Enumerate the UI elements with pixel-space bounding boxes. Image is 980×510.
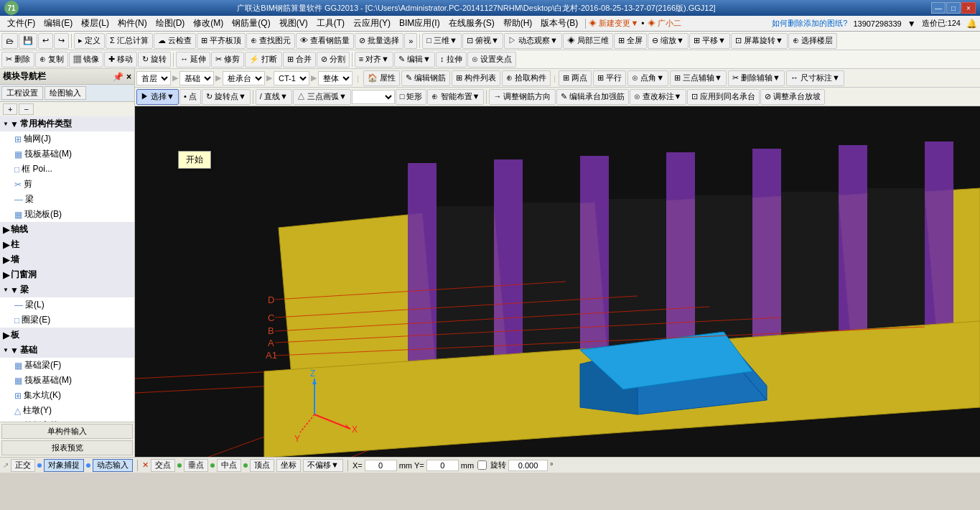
redo-btn[interactable]: ↪ <box>54 33 69 49</box>
tree-group-beam[interactable]: ▼ 梁 <box>0 282 134 297</box>
menu-floor[interactable]: 楼层(L) <box>77 17 113 30</box>
vertex-snap-btn[interactable]: 顶点 <box>250 459 274 472</box>
del-aux-btn[interactable]: ✂ 删除辅轴▼ <box>728 70 785 86</box>
dynamic-obs-btn[interactable]: ▷ 动态观察▼ <box>504 33 562 49</box>
tree-item-raft-found[interactable]: ▦ 筏板基础(M) <box>0 147 134 162</box>
ad-btn[interactable]: ◈ 广小二 <box>648 18 681 29</box>
move-btn[interactable]: ✚ 移动 <box>104 52 137 68</box>
menu-file[interactable]: 文件(F) <box>3 17 39 30</box>
tree-item-beam-L[interactable]: — 梁(L) <box>0 297 134 312</box>
tree-item-axis[interactable]: ⊞ 轴网(J) <box>0 131 134 147</box>
adj-rebar-dir-btn[interactable]: → 调整钢筋方向 <box>489 89 555 105</box>
scope-select[interactable]: 整体 <box>318 71 353 85</box>
stretch-btn[interactable]: ↕ 拉伸 <box>436 52 467 68</box>
point-angle-btn[interactable]: ⊙ 点角▼ <box>627 70 668 86</box>
point-btn[interactable]: • 点 <box>179 89 201 105</box>
find-elem-btn[interactable]: ⊕ 查找图元 <box>246 33 295 49</box>
property-btn[interactable]: 🏠 屋性 <box>363 70 400 86</box>
pan-btn[interactable]: ⊞ 平移▼ <box>689 33 730 49</box>
extend-btn[interactable]: ↔ 延伸 <box>176 52 210 68</box>
apply-same-cap-btn[interactable]: ⊡ 应用到同名承台 <box>687 89 760 105</box>
viewport-3d[interactable]: D C B A A1 Z X Y <box>135 106 980 457</box>
rotate-btn[interactable]: ↻ 旋转 <box>138 52 171 68</box>
batch-select-btn[interactable]: ⊘ 批量选择 <box>355 33 403 49</box>
parallel-btn[interactable]: ⊞ 平行 <box>593 70 626 86</box>
split-btn[interactable]: ⊘ 分割 <box>317 52 350 68</box>
dim-note-btn[interactable]: ↔ 尺寸标注▼ <box>786 70 844 86</box>
tree-item-found-beam[interactable]: ▦ 基础梁(F) <box>0 358 134 373</box>
comp-list-btn[interactable]: ⊞ 构件列表 <box>452 70 500 86</box>
tree-item-cast-slab[interactable]: ▦ 现浇板(B) <box>0 207 134 222</box>
tree-group-common[interactable]: ▼ 常用构件类型 <box>0 116 134 131</box>
tree-group-wall[interactable]: ▶ 墙 <box>0 252 134 267</box>
floor-select[interactable]: 首层 <box>136 71 171 85</box>
trim-btn[interactable]: ✂ 修剪 <box>211 52 244 68</box>
edit-rebar-btn[interactable]: ✎ 编辑钢筋 <box>401 70 450 86</box>
phone-arrow[interactable]: ▼ <box>907 19 916 29</box>
screen-rot-btn[interactable]: ⊡ 屏幕旋转▼ <box>731 33 788 49</box>
menu-rebar[interactable]: 钢筋量(Q) <box>228 17 274 30</box>
perp-snap-btn[interactable]: 垂点 <box>184 459 208 472</box>
select-btn[interactable]: ▶ 选择▼ <box>136 89 179 105</box>
intersect-snap-btn[interactable]: 交点 <box>151 459 175 472</box>
menu-bim[interactable]: BIM应用(I) <box>395 17 444 30</box>
merge-btn[interactable]: ⊞ 合并 <box>283 52 316 68</box>
level-top-btn[interactable]: ⊞ 平齐板顶 <box>197 33 246 49</box>
object-snap-btn[interactable]: 对象捕捉 <box>44 459 84 472</box>
menu-view[interactable]: 视图(V) <box>275 17 312 30</box>
mid-snap-btn[interactable]: 中点 <box>217 459 241 472</box>
open-btn[interactable]: 🗁 <box>1 33 18 49</box>
maximize-btn[interactable]: □ <box>946 2 961 14</box>
project-settings-btn[interactable]: 工程设置 <box>1 86 43 100</box>
expand-all-btn[interactable]: + <box>3 103 17 115</box>
tree-item-beam[interactable]: — 梁 <box>0 192 134 207</box>
arc-btn[interactable]: △ 三点画弧▼ <box>293 89 351 105</box>
more-btn[interactable]: » <box>404 33 417 49</box>
check-note-btn[interactable]: ⊙ 查改标注▼ <box>630 89 686 105</box>
tree-item-shear[interactable]: ✂ 剪 <box>0 177 134 192</box>
three-point-axis-btn[interactable]: ⊞ 三点辅轴▼ <box>670 70 727 86</box>
edit-cap-rebar-btn[interactable]: ✎ 编辑承台加强筋 <box>556 89 629 105</box>
sidebar-close-icon[interactable]: × <box>126 72 131 82</box>
orthogonal-btn[interactable]: 正交 <box>11 459 35 472</box>
minimize-btn[interactable]: — <box>931 2 946 14</box>
adj-cap-slope-btn[interactable]: ⊘ 调整承台放坡 <box>760 89 825 105</box>
menu-online[interactable]: 在线服务(S) <box>444 17 499 30</box>
zoom-btn[interactable]: ⊖ 缩放▼ <box>648 33 689 49</box>
break-btn[interactable]: ⚡ 打断 <box>245 52 281 68</box>
select-floor-btn[interactable]: ⊕ 选择楼层 <box>788 33 837 49</box>
tree-group-door[interactable]: ▶ 门窗洞 <box>0 267 134 282</box>
menu-modify[interactable]: 修改(M) <box>189 17 228 30</box>
line-btn[interactable]: / 直线▼ <box>256 89 292 105</box>
y-input[interactable] <box>426 460 459 471</box>
menu-draw[interactable]: 绘图(D) <box>151 17 190 30</box>
tree-item-col-pier[interactable]: △ 柱墩(Y) <box>0 403 134 418</box>
coord-snap-btn[interactable]: 坐标 <box>276 459 301 472</box>
help-link[interactable]: 如何删除添加的图纸? <box>772 18 847 29</box>
cloud-check-btn[interactable]: ☁ 云检查 <box>154 33 196 49</box>
x-input[interactable] <box>365 460 397 471</box>
undo-btn[interactable]: ↩ <box>38 33 53 49</box>
draw-select[interactable] <box>352 90 395 104</box>
align-btn[interactable]: ≡ 对齐▼ <box>355 52 393 68</box>
collapse-all-btn[interactable]: − <box>19 103 33 115</box>
pick-comp-btn[interactable]: ⊕ 拾取构件 <box>502 70 551 86</box>
grip-btn[interactable]: ⊙ 设置夹点 <box>467 52 516 68</box>
edit2-btn[interactable]: ✎ 编辑▼ <box>394 52 435 68</box>
menu-tools[interactable]: 工具(T) <box>312 17 349 30</box>
no-offset-btn[interactable]: 不偏移▼ <box>303 459 343 472</box>
name-select[interactable]: CT-1 <box>274 71 309 85</box>
type-select[interactable]: 桩承台 <box>223 71 265 85</box>
topview-btn[interactable]: ⊡ 俯视▼ <box>462 33 503 49</box>
save-btn[interactable]: 💾 <box>19 33 37 49</box>
define-btn[interactable]: ▸ 定义 <box>74 33 105 49</box>
menu-comp[interactable]: 构件(N) <box>113 17 151 30</box>
view-rebar-btn[interactable]: 👁 查看钢筋量 <box>296 33 354 49</box>
fullscreen-btn[interactable]: ⊞ 全屏 <box>614 33 647 49</box>
tree-item-ring-beam[interactable]: □ 圈梁(E) <box>0 312 134 328</box>
calc-btn[interactable]: Σ 汇总计算 <box>106 33 153 49</box>
close-btn[interactable]: × <box>961 2 976 14</box>
rotate-check[interactable] <box>477 460 487 470</box>
copy-btn[interactable]: ⊕ 复制 <box>35 52 68 68</box>
tree-group-foundation[interactable]: ▼ 基础 <box>0 343 134 358</box>
